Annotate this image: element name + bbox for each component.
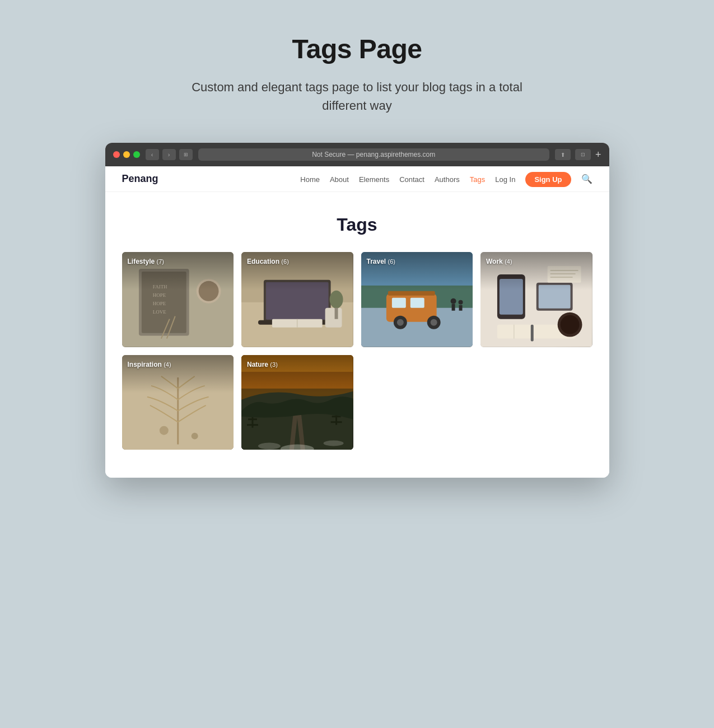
tag-card-education[interactable]: Education (6)	[241, 252, 353, 347]
tags-grid-row2: Inspiration (4)	[122, 355, 592, 450]
browser-nav: ‹ › ⊞	[146, 149, 193, 160]
nav-item-about[interactable]: About	[330, 174, 349, 184]
tag-count-inspiration: (4)	[164, 361, 171, 368]
tag-card-travel[interactable]: Travel (6)	[361, 252, 473, 347]
tag-label-travel: Travel (6)	[367, 258, 396, 265]
tabs-button[interactable]: ⊡	[575, 149, 591, 160]
site-logo[interactable]: Penang	[122, 173, 158, 185]
tag-label-lifestyle: Lifestyle (7)	[128, 258, 164, 265]
nav-links: Home About Elements Contact Authors Tags…	[300, 174, 592, 184]
site-content: Penang Home About Elements Contact Autho…	[105, 166, 609, 478]
nav-item-search[interactable]: 🔍	[581, 174, 592, 184]
nav-item-elements[interactable]: Elements	[359, 174, 389, 184]
tag-card-work[interactable]: Work (4)	[480, 252, 592, 347]
browser-window: ‹ › ⊞ Not Secure — penang.aspirethemes.c…	[105, 143, 609, 478]
nav-item-signup[interactable]: Sign Up	[525, 174, 571, 184]
search-icon[interactable]: 🔍	[581, 174, 592, 184]
browser-actions: ⬆ ⊡ +	[555, 149, 601, 160]
browser-dots	[113, 151, 140, 158]
tags-heading: Tags	[122, 214, 592, 235]
tag-card-nature[interactable]: Nature (3)	[241, 355, 353, 450]
tag-label-inspiration: Inspiration (4)	[128, 361, 171, 368]
new-tab-button[interactable]: +	[595, 150, 601, 160]
tag-count-travel: (6)	[388, 258, 395, 265]
nav-item-authors[interactable]: Authors	[435, 174, 460, 184]
layout-button[interactable]: ⊞	[179, 149, 193, 160]
tags-section: Tags FAITH HOPE HOPE L	[105, 192, 609, 478]
tag-label-work: Work (4)	[486, 258, 512, 265]
tag-overlay	[241, 355, 353, 450]
tag-overlay	[361, 252, 473, 347]
tag-card-lifestyle[interactable]: FAITH HOPE HOPE LOVE	[122, 252, 234, 347]
tag-card-inspiration[interactable]: Inspiration (4)	[122, 355, 234, 450]
back-button[interactable]: ‹	[146, 149, 159, 160]
tag-overlay	[480, 252, 592, 347]
dot-red[interactable]	[113, 151, 120, 158]
tag-count-education: (6)	[281, 258, 288, 265]
browser-chrome: ‹ › ⊞ Not Secure — penang.aspirethemes.c…	[105, 143, 609, 166]
dot-green[interactable]	[133, 151, 140, 158]
dot-yellow[interactable]	[123, 151, 130, 158]
nav-item-contact[interactable]: Contact	[399, 174, 424, 184]
tag-overlay	[122, 252, 234, 347]
nav-item-login[interactable]: Log In	[495, 174, 515, 184]
tag-label-nature: Nature (3)	[247, 361, 278, 368]
tag-count-lifestyle: (7)	[157, 258, 164, 265]
tag-label-education: Education (6)	[247, 258, 289, 265]
page-subtitle: Custom and elegant tags page to list you…	[189, 78, 525, 115]
tag-overlay	[122, 355, 234, 450]
tags-grid-row1: FAITH HOPE HOPE LOVE	[122, 252, 592, 347]
share-button[interactable]: ⬆	[555, 149, 571, 160]
tag-overlay	[241, 252, 353, 347]
site-nav: Penang Home About Elements Contact Autho…	[105, 166, 609, 192]
tag-count-nature: (3)	[270, 361, 277, 368]
forward-button[interactable]: ›	[162, 149, 176, 160]
nav-item-home[interactable]: Home	[300, 174, 320, 184]
nav-item-tags[interactable]: Tags	[470, 174, 485, 184]
tag-count-work: (4)	[505, 258, 512, 265]
address-bar[interactable]: Not Secure — penang.aspirethemes.com	[198, 148, 549, 161]
page-title: Tags Page	[292, 34, 422, 64]
